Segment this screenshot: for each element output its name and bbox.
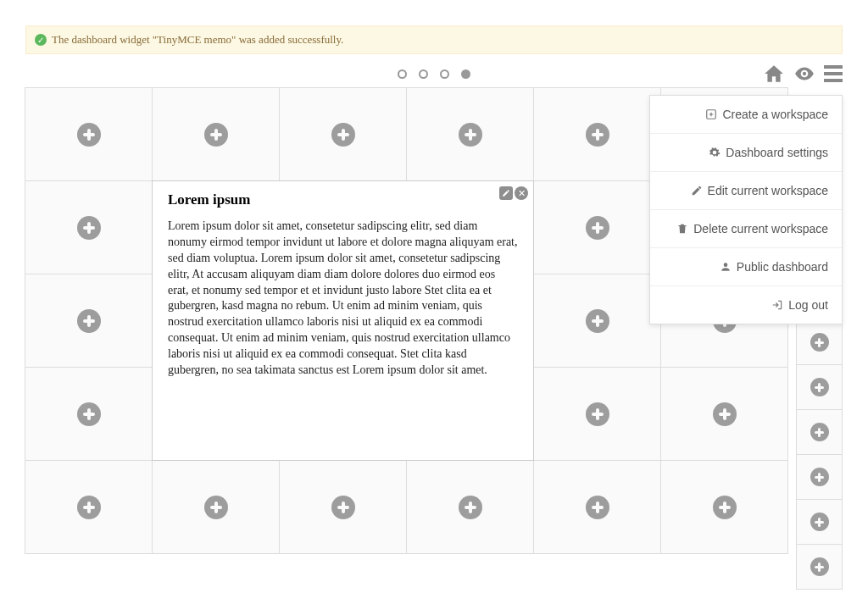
side-empty-cell[interactable] — [796, 409, 843, 455]
plus-square-icon — [705, 108, 717, 120]
add-widget-icon — [586, 309, 609, 333]
side-empty-cell[interactable] — [796, 544, 843, 590]
signout-icon — [771, 299, 783, 311]
add-widget-icon — [77, 123, 101, 147]
eye-icon[interactable] — [793, 63, 815, 85]
add-widget-icon — [77, 496, 101, 519]
menu-item-label: Edit current workspace — [708, 184, 828, 197]
widget-close-button[interactable]: ✕ — [515, 186, 528, 200]
empty-cell[interactable] — [152, 460, 280, 554]
empty-cell[interactable] — [533, 87, 661, 181]
add-widget-icon — [810, 468, 829, 486]
add-widget-icon — [810, 423, 829, 441]
menu-item-label: Log out — [788, 298, 828, 312]
add-widget-icon — [204, 496, 228, 519]
pager-dot-2[interactable] — [440, 69, 449, 79]
empty-cell[interactable] — [279, 87, 407, 181]
empty-cell[interactable] — [660, 460, 788, 554]
empty-cell[interactable] — [25, 180, 153, 274]
top-bar — [0, 54, 868, 88]
menu-item-edit-current-workspace[interactable]: Edit current workspace — [650, 172, 842, 210]
side-empty-cell[interactable] — [796, 499, 843, 545]
menu-item-label: Delete current workspace — [693, 222, 828, 236]
memo-widget: ✕Lorem ipsumLorem ipsum dolor sit amet, … — [152, 180, 534, 461]
menu-item-public-dashboard[interactable]: Public dashboard — [650, 248, 842, 286]
empty-cell[interactable] — [533, 180, 661, 274]
menu-item-label: Public dashboard — [737, 260, 828, 274]
menu-item-delete-current-workspace[interactable]: Delete current workspace — [650, 210, 842, 248]
add-widget-icon — [459, 496, 482, 519]
add-widget-icon — [77, 402, 101, 426]
add-widget-icon — [77, 309, 101, 333]
add-widget-icon — [810, 378, 829, 396]
empty-cell[interactable] — [406, 87, 534, 181]
add-widget-icon — [331, 496, 355, 519]
check-circle-icon: ✓ — [35, 34, 47, 46]
widget-title: Lorem ipsum — [168, 191, 518, 208]
add-widget-icon — [586, 496, 609, 519]
side-empty-cell[interactable] — [796, 319, 843, 365]
add-widget-icon — [77, 216, 101, 240]
empty-cell[interactable] — [660, 367, 788, 461]
add-widget-icon — [586, 216, 609, 240]
empty-cell[interactable] — [533, 460, 661, 554]
add-widget-icon — [810, 513, 829, 531]
add-widget-icon — [204, 123, 228, 147]
pager-dot-1[interactable] — [419, 69, 428, 79]
menu-item-create-a-workspace[interactable]: Create a workspace — [650, 96, 842, 134]
gear-icon — [709, 147, 721, 158]
empty-cell[interactable] — [279, 460, 407, 554]
side-add-column — [796, 320, 843, 590]
widget-body: Lorem ipsum dolor sit amet, consetetur s… — [168, 219, 518, 379]
empty-cell[interactable] — [25, 87, 153, 181]
add-widget-icon — [810, 333, 829, 352]
home-icon[interactable] — [763, 63, 785, 85]
add-widget-icon — [586, 123, 609, 147]
add-widget-icon — [713, 402, 737, 426]
empty-cell[interactable] — [152, 87, 280, 181]
add-widget-icon — [586, 402, 609, 426]
person-icon — [720, 261, 732, 273]
add-widget-icon — [331, 123, 355, 147]
widget-controls: ✕ — [499, 186, 528, 200]
trash-icon — [676, 223, 688, 235]
menu-item-label: Dashboard settings — [726, 146, 828, 159]
success-alert: ✓ The dashboard widget "TinyMCE memo" wa… — [25, 25, 843, 54]
add-widget-icon — [713, 496, 737, 519]
menu-item-label: Create a workspace — [722, 108, 828, 121]
toolbar — [763, 63, 843, 85]
empty-cell[interactable] — [25, 274, 153, 368]
edit-icon — [691, 185, 703, 197]
add-widget-icon — [810, 557, 829, 576]
pager-dot-0[interactable] — [398, 69, 407, 79]
empty-cell[interactable] — [406, 460, 534, 554]
add-widget-icon — [459, 123, 482, 147]
empty-cell[interactable] — [25, 460, 153, 554]
menu-item-log-out[interactable]: Log out — [650, 286, 842, 324]
menu-item-dashboard-settings[interactable]: Dashboard settings — [650, 134, 842, 172]
main-menu-dropdown: Create a workspaceDashboard settingsEdit… — [649, 95, 843, 324]
hamburger-icon[interactable] — [824, 65, 843, 82]
workspace-pager — [398, 69, 470, 79]
empty-cell[interactable] — [533, 274, 661, 368]
empty-cell[interactable] — [533, 367, 661, 461]
widget-edit-button[interactable] — [499, 186, 513, 200]
side-empty-cell[interactable] — [796, 364, 843, 410]
pager-dot-3[interactable] — [461, 69, 470, 79]
alert-text: The dashboard widget "TinyMCE memo" was … — [52, 33, 343, 47]
side-empty-cell[interactable] — [796, 454, 843, 500]
empty-cell[interactable] — [25, 367, 153, 461]
